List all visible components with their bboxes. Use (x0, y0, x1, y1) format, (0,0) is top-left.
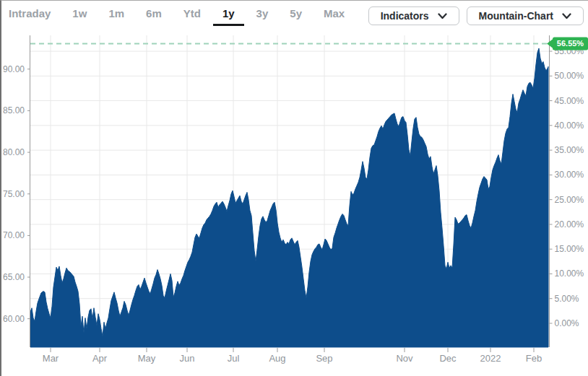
tab-ytd[interactable]: Ytd (183, 8, 201, 26)
chevron-down-icon (562, 13, 571, 19)
x-axis-label: Aug (269, 353, 285, 364)
left-axis-label: 70.00 (3, 230, 25, 240)
right-axis-label: 40.00% (555, 121, 584, 131)
x-axis-label: Dec (439, 353, 457, 364)
price-chart[interactable]: 90.0085.0080.0075.0070.0065.0060.0055.00… (1, 1, 588, 376)
right-axis-label: 35.00% (555, 145, 584, 155)
price-area-series[interactable] (30, 48, 548, 347)
x-axis-label: Apr (92, 353, 108, 364)
right-axis-label: 25.00% (555, 195, 584, 205)
left-axis-label: 65.00 (3, 272, 25, 282)
right-axis-label: 50.00% (555, 71, 584, 81)
x-axis-label: Sep (316, 353, 332, 364)
right-axis-label: 0.00% (555, 318, 579, 328)
left-axis-label: 85.00 (3, 105, 25, 115)
x-axis-label: Jul (228, 353, 240, 364)
chart-widget: Intraday 1w 1m 6m Ytd 1y 3y 5y Max Indic… (0, 0, 588, 376)
right-axis-label: 10.00% (555, 268, 584, 279)
left-axis-label: 75.00 (3, 189, 25, 199)
right-axis-label: 20.00% (555, 219, 584, 229)
toolbar: Intraday 1w 1m 6m Ytd 1y 3y 5y Max Indic… (1, 1, 588, 32)
x-axis-label: Nov (396, 353, 413, 364)
tab-1y[interactable]: 1y (222, 8, 235, 26)
x-axis-label: Mar (43, 353, 59, 364)
x-axis-label: Feb (526, 353, 542, 364)
right-axis-label: 45.00% (555, 96, 584, 106)
tab-6m[interactable]: 6m (146, 8, 162, 26)
tab-5y[interactable]: 5y (290, 8, 302, 26)
chart-type-dropdown-label: Mountain-Chart (479, 10, 553, 22)
toolbar-buttons: Indicators Mountain-Chart (368, 6, 584, 25)
right-axis-label: 30.00% (555, 170, 584, 180)
left-axis-label: 60.00 (3, 314, 25, 324)
indicators-dropdown-button[interactable]: Indicators (368, 6, 459, 25)
tab-3y[interactable]: 3y (256, 8, 269, 26)
x-axis-label: Jun (180, 353, 195, 364)
badge-arrow (547, 39, 553, 48)
left-axis-label: 90.00 (3, 64, 25, 74)
change-badge: 56.55% (547, 37, 588, 50)
indicators-dropdown-label: Indicators (381, 10, 429, 22)
tab-intraday[interactable]: Intraday (9, 8, 51, 26)
right-axis-label: 15.00% (555, 244, 584, 254)
tab-max[interactable]: Max (324, 8, 345, 26)
right-axis-label: 5.00% (555, 294, 579, 304)
change-badge-label: 56.55% (557, 39, 584, 48)
tab-1m[interactable]: 1m (108, 8, 124, 26)
left-axis-label: 80.00 (3, 147, 25, 157)
chart-type-dropdown-button[interactable]: Mountain-Chart (467, 6, 584, 25)
range-tabs: Intraday 1w 1m 6m Ytd 1y 3y 5y Max (9, 8, 345, 26)
chevron-down-icon (438, 13, 447, 19)
tab-1w[interactable]: 1w (72, 8, 87, 26)
x-axis-label: 2022 (480, 353, 501, 364)
x-axis-label: May (138, 353, 156, 364)
